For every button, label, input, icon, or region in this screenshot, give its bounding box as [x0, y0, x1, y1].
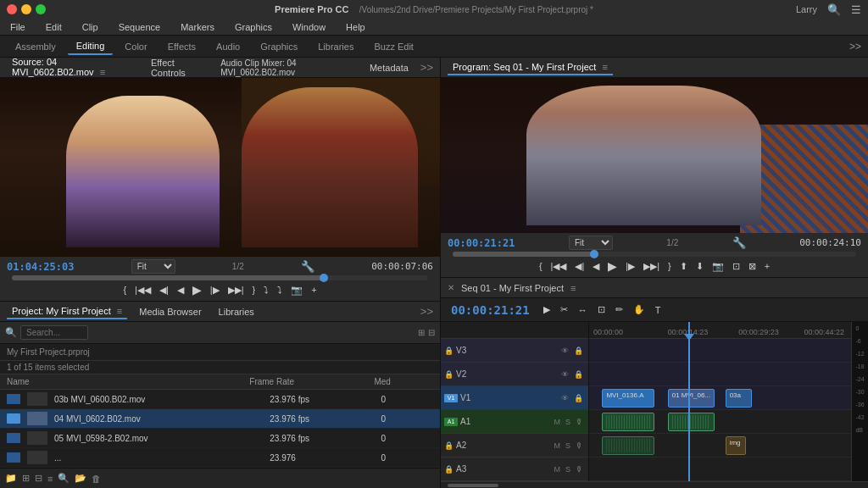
tab-effects[interactable]: Effects	[159, 39, 204, 54]
track-v2-eye[interactable]: 👁	[559, 369, 570, 380]
timeline-menu-icon[interactable]: ≡	[570, 283, 576, 293]
menu-markers[interactable]: Markers	[177, 22, 218, 32]
program-scrubber[interactable]	[453, 252, 856, 257]
menu-graphics[interactable]: Graphics	[231, 22, 275, 32]
project-title[interactable]: Project: My First Project ≡	[7, 304, 127, 319]
tl-tool-razor[interactable]: ✂	[557, 302, 571, 317]
project-tab-libraries[interactable]: Libraries	[214, 305, 259, 319]
tab-assembly[interactable]: Assembly	[7, 39, 64, 54]
program-mark-in[interactable]: {	[537, 260, 545, 272]
track-a3-sync[interactable]: 🔒	[444, 465, 453, 474]
minimize-button[interactable]	[21, 4, 31, 14]
source-scrubber[interactable]	[12, 275, 428, 280]
menu-sequence[interactable]: Sequence	[115, 22, 164, 32]
program-wrench-icon[interactable]: 🔧	[732, 236, 746, 249]
clip-image-a2[interactable]: img	[726, 436, 747, 455]
source-tab-metadata[interactable]: Metadata	[364, 61, 414, 75]
project-view-icon[interactable]: ⊟	[428, 328, 435, 337]
program-play[interactable]: ▶	[605, 258, 620, 274]
menu-edit[interactable]: Edit	[42, 22, 65, 32]
source-playhead[interactable]	[320, 274, 328, 282]
file-row[interactable]: ... 23.976 0	[0, 448, 440, 468]
program-camera[interactable]: 📷	[709, 260, 726, 273]
program-trim-prev[interactable]: ⊡	[730, 260, 743, 273]
source-add[interactable]: +	[309, 284, 319, 296]
track-a2-sync[interactable]: 🔒	[444, 441, 453, 450]
search-icon[interactable]: 🔍	[827, 3, 841, 16]
source-step-back-big[interactable]: |◀◀	[132, 284, 153, 297]
program-title[interactable]: Program: Seq 01 - My First Project ≡	[448, 60, 613, 75]
timeline-timecode[interactable]: 00:00:21:21	[444, 303, 537, 317]
track-v1-eye[interactable]: 👁	[559, 393, 570, 403]
program-menu-icon[interactable]: ≡	[602, 62, 607, 72]
file-row[interactable]: 05 MVI_0598-2.B02.mov 23.976 fps 0	[0, 429, 440, 448]
clip-mvi06[interactable]: 01 MVI_06...	[668, 389, 715, 408]
program-extract[interactable]: ⬇	[693, 260, 706, 273]
timeline-scroll-thumb[interactable]	[448, 484, 498, 487]
source-play[interactable]: ▶	[190, 282, 204, 297]
source-reverse[interactable]: ◀	[175, 284, 186, 297]
source-mark-in[interactable]: {	[120, 284, 129, 296]
tl-tool-ripple[interactable]: ↔	[575, 303, 591, 317]
track-a2-m[interactable]: M	[552, 441, 562, 451]
track-v2-lock[interactable]: 🔒	[572, 369, 585, 380]
project-tab-browser[interactable]: Media Browser	[134, 305, 206, 319]
timeline-close-icon[interactable]: ✕	[448, 283, 454, 292]
program-add[interactable]: +	[762, 260, 772, 272]
source-wrench-icon[interactable]: 🔧	[301, 260, 314, 273]
source-step-back[interactable]: ◀|	[157, 284, 171, 297]
program-step-back-big[interactable]: |◀◀	[548, 260, 570, 273]
maximize-button[interactable]	[36, 4, 46, 14]
track-v3-eye[interactable]: 👁	[559, 346, 570, 356]
source-mark-out[interactable]: }	[250, 284, 259, 296]
source-tab-mixer[interactable]: Audio Clip Mixer: 04 MVI_0602.B02.mov	[215, 57, 358, 79]
track-v1-toggle[interactable]: V1	[444, 394, 458, 402]
source-tab-effect[interactable]: Effect Controls	[146, 56, 209, 80]
new-bin-btn[interactable]: 📁	[5, 473, 17, 484]
tl-tool-pen[interactable]: ✏	[612, 302, 626, 317]
track-v3-sync[interactable]: 🔒	[444, 347, 453, 355]
list-view-btn[interactable]: ≡	[47, 474, 53, 484]
tl-tool-select[interactable]: ▶	[540, 302, 554, 317]
track-a3-m[interactable]: M	[552, 464, 562, 474]
audio-clip-a1[interactable]	[602, 413, 654, 431]
source-tab-source[interactable]: Source: 04 MVI_0602.B02.mov ≡	[7, 55, 139, 80]
track-a1-mic[interactable]: 🎙	[574, 417, 585, 427]
menu-window[interactable]: Window	[289, 22, 329, 32]
icon-view-btn[interactable]: ⊟	[35, 473, 42, 484]
track-a1-m[interactable]: M	[552, 417, 562, 427]
tab-audio[interactable]: Audio	[208, 39, 248, 54]
program-fit-select[interactable]: Fit 25% 50% 100%	[569, 236, 613, 250]
program-trim-next[interactable]: ⊠	[746, 260, 759, 273]
tab-buzz-edit[interactable]: Buzz Edit	[365, 39, 421, 54]
timeline-scrollbar[interactable]	[441, 481, 868, 488]
audio-clip-a2[interactable]	[602, 436, 654, 455]
project-more[interactable]: >>	[420, 305, 433, 318]
audio-clip-a1-2[interactable]	[668, 413, 715, 431]
program-lift[interactable]: ⬆	[677, 260, 690, 273]
source-step-fwd[interactable]: |▶	[208, 284, 222, 297]
track-a2-mic[interactable]: 🎙	[574, 441, 585, 451]
track-a2-s[interactable]: S	[564, 441, 572, 451]
tab-graphics[interactable]: Graphics	[252, 39, 306, 54]
new-item-btn[interactable]: ⊞	[22, 473, 30, 484]
program-step-back[interactable]: ◀|	[572, 260, 587, 273]
clip-mvi0136[interactable]: MVI_0136.A	[602, 389, 654, 408]
tab-color[interactable]: Color	[116, 39, 155, 54]
menu-file[interactable]: File	[7, 22, 29, 32]
tab-editing[interactable]: Editing	[68, 38, 114, 55]
menu-help[interactable]: Help	[342, 22, 369, 32]
tl-tool-text[interactable]: T	[652, 303, 665, 317]
program-mark-out[interactable]: }	[665, 260, 674, 272]
search-btn[interactable]: 🔍	[58, 473, 70, 484]
track-a1-s[interactable]: S	[564, 417, 572, 427]
tl-tool-hand[interactable]: ✋	[630, 302, 648, 317]
clip-03a[interactable]: 03a	[726, 389, 752, 408]
track-a3-mic[interactable]: 🎙	[574, 464, 585, 474]
source-fit-select[interactable]: Fit 25% 50% 100%	[131, 259, 175, 274]
source-insert[interactable]: ⤵	[261, 284, 271, 296]
folder-btn[interactable]: 📂	[75, 473, 86, 484]
delete-btn[interactable]: 🗑	[92, 474, 101, 484]
tl-tool-slip[interactable]: ⊡	[594, 302, 609, 317]
source-step-fwd-big[interactable]: ▶▶|	[225, 284, 247, 297]
